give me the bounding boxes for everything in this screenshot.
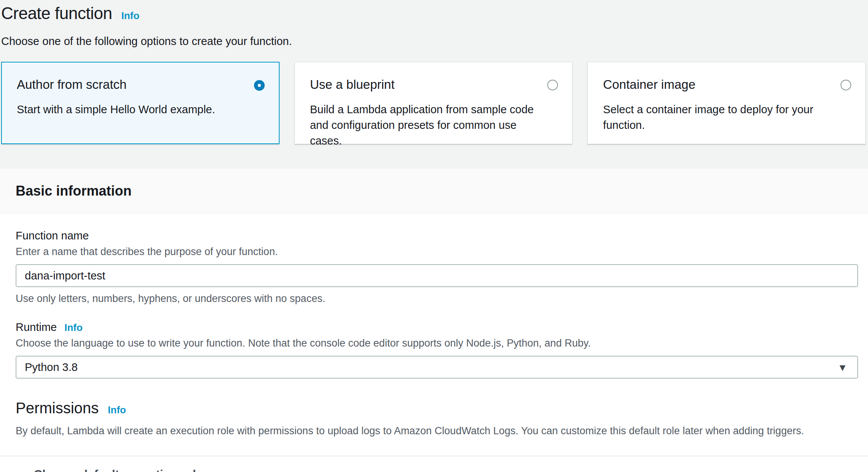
page-subtitle: Choose one of the following options to c…: [1, 35, 868, 48]
permissions-heading: Permissions: [16, 400, 99, 417]
expander-label: Change default execution role: [34, 468, 203, 472]
permissions-info-link[interactable]: Info: [108, 404, 126, 416]
radio-button-icon[interactable]: [254, 80, 265, 91]
creation-option-card[interactable]: Use a blueprint Build a Lambda applicati…: [294, 62, 573, 144]
permissions-description: By default, Lambda will create an execut…: [16, 425, 858, 437]
basic-information-header: Basic information: [0, 168, 868, 214]
card-title: Use a blueprint: [310, 77, 534, 92]
card-description: Start with a simple Hello World example.: [17, 102, 241, 117]
function-name-constraint: Use only letters, numbers, hyphens, or u…: [16, 293, 858, 305]
function-name-label: Function name: [16, 230, 89, 242]
creation-options-row: Author from scratch Start with a simple …: [0, 62, 868, 144]
radio-button-icon[interactable]: [547, 80, 558, 90]
change-default-execution-role-expander[interactable]: ▶ Change default execution role: [0, 456, 868, 472]
radio-button-icon[interactable]: [841, 80, 851, 90]
creation-option-card[interactable]: Author from scratch Start with a simple …: [1, 62, 280, 144]
card-description: Select a container image to deploy for y…: [603, 102, 827, 133]
runtime-select[interactable]: Python 3.8 ▼: [16, 356, 858, 379]
card-title: Author from scratch: [17, 77, 241, 92]
creation-option-card[interactable]: Container image Select a container image…: [587, 62, 866, 144]
caret-right-icon: ▶: [17, 470, 24, 472]
page-header: Create function Info Choose one of the f…: [0, 0, 868, 48]
form-area: Function name Enter a name that describe…: [0, 214, 868, 472]
card-description: Build a Lambda application from sample c…: [310, 102, 534, 149]
chevron-down-icon: ▼: [837, 363, 847, 372]
function-name-input[interactable]: [16, 264, 858, 287]
page-title: Create function: [1, 4, 112, 23]
create-function-info-link[interactable]: Info: [121, 10, 140, 22]
runtime-label: Runtime: [16, 321, 57, 334]
runtime-info-link[interactable]: Info: [64, 322, 83, 334]
section-title: Basic information: [16, 183, 132, 199]
function-name-description: Enter a name that describes the purpose …: [16, 246, 858, 258]
card-title: Container image: [603, 77, 827, 92]
runtime-description: Choose the language to use to write your…: [16, 337, 858, 349]
runtime-selected-value: Python 3.8: [25, 361, 78, 374]
